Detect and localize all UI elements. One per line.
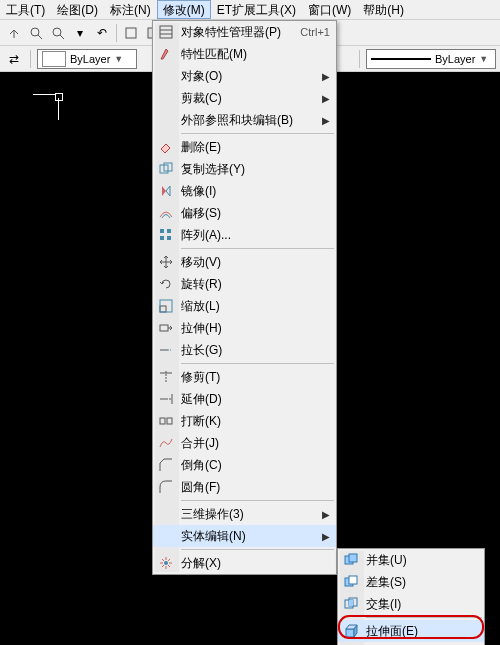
svg-line-1 [38, 35, 42, 39]
menu-modify[interactable]: 修改(M) [157, 0, 211, 19]
svg-rect-31 [349, 554, 357, 562]
svg-rect-14 [167, 229, 171, 233]
menu-item-label: 剪裁(C) [177, 90, 322, 107]
menu-separator [181, 133, 334, 134]
menu-item-label: 删除(E) [177, 139, 330, 156]
svg-line-3 [60, 35, 64, 39]
modify-menu-dropdown: 对象特性管理器(P)Ctrl+1特性匹配(M)对象(O)▶剪裁(C)▶外部参照和… [152, 20, 337, 575]
menu-item[interactable]: 对象特性管理器(P)Ctrl+1 [153, 21, 336, 43]
menu-item[interactable]: 阵列(A)... [153, 224, 336, 246]
move-icon [155, 253, 177, 271]
join-icon [155, 434, 177, 452]
menu-item[interactable]: 外部参照和块编辑(B)▶ [153, 109, 336, 131]
explode-icon [155, 554, 177, 572]
subtract-icon [340, 573, 362, 591]
match-icon [155, 45, 177, 63]
scale-icon [155, 297, 177, 315]
menu-item-label: 复制选择(Y) [177, 161, 330, 178]
menu-tools[interactable]: 工具(T) [0, 0, 51, 19]
menu-item-label: 移动(V) [177, 254, 330, 271]
separator [30, 50, 31, 68]
menu-item[interactable]: 合并(J) [153, 432, 336, 454]
blank-icon [155, 111, 177, 129]
menu-item[interactable]: 偏移(S) [153, 202, 336, 224]
menu-dimension[interactable]: 标注(N) [104, 0, 157, 19]
copy-icon [155, 160, 177, 178]
menu-item[interactable]: 分解(X) [153, 552, 336, 574]
swap-icon[interactable]: ⇄ [4, 49, 24, 69]
dropdown-arrow-icon[interactable]: ▾ [70, 23, 90, 43]
menu-item-label: 打断(K) [177, 413, 330, 430]
menu-item-label: 拉伸(H) [177, 320, 330, 337]
menu-item-label: 延伸(D) [177, 391, 330, 408]
menu-item-label: 阵列(A)... [177, 227, 330, 244]
menu-item[interactable]: 复制选择(Y) [153, 158, 336, 180]
menu-item[interactable]: 交集(I) [338, 593, 484, 615]
blank-icon [155, 89, 177, 107]
svg-rect-33 [349, 576, 357, 584]
svg-rect-19 [160, 325, 168, 331]
menu-item[interactable]: 缩放(L) [153, 295, 336, 317]
svg-rect-28 [167, 418, 172, 424]
menu-item-label: 旋转(R) [177, 276, 330, 293]
svg-rect-15 [160, 236, 164, 240]
submenu-arrow-icon: ▶ [322, 115, 330, 126]
menu-item[interactable]: 倒角(C) [153, 454, 336, 476]
separator [116, 24, 117, 42]
svg-rect-8 [160, 26, 172, 38]
menu-item-label: 倒角(C) [177, 457, 330, 474]
intersect-icon [340, 595, 362, 613]
menu-item[interactable]: 延伸(D) [153, 388, 336, 410]
linetype-combo[interactable]: ByLayer ▼ [366, 49, 496, 69]
menu-item-label: 缩放(L) [177, 298, 330, 315]
line-swatch [371, 58, 431, 60]
blank-icon [155, 527, 177, 545]
tool-zoom2-icon[interactable] [48, 23, 68, 43]
menu-item[interactable]: 删除(E) [153, 136, 336, 158]
menu-item[interactable]: 对象(O)▶ [153, 65, 336, 87]
menu-item[interactable]: 打断(K) [153, 410, 336, 432]
menu-item[interactable]: 拉长(G) [153, 339, 336, 361]
menu-item-label: 特性匹配(M) [177, 46, 330, 63]
menu-item-label: 拉长(G) [177, 342, 330, 359]
menu-item-label: 并集(U) [362, 552, 478, 569]
menu-window[interactable]: 窗口(W) [302, 0, 357, 19]
menu-item[interactable]: 拉伸面(E) [338, 620, 484, 642]
menu-et-tools[interactable]: ET扩展工具(X) [211, 0, 302, 19]
menu-item[interactable]: 修剪(T) [153, 366, 336, 388]
tool-back-icon[interactable]: ↶ [92, 23, 112, 43]
blank-icon [155, 67, 177, 85]
menu-separator [366, 617, 482, 618]
menu-item[interactable]: 圆角(F) [153, 476, 336, 498]
menu-item[interactable]: 拉伸(H) [153, 317, 336, 339]
menu-help[interactable]: 帮助(H) [357, 0, 410, 19]
menu-item[interactable]: 并集(U) [338, 549, 484, 571]
chevron-down-icon: ▼ [114, 54, 123, 64]
menu-item[interactable]: 特性匹配(M) [153, 43, 336, 65]
svg-rect-4 [126, 28, 136, 38]
tool-zoom-icon[interactable] [26, 23, 46, 43]
svg-point-29 [164, 561, 168, 565]
tool-hand-icon[interactable] [4, 23, 24, 43]
menu-item-label: 偏移(S) [177, 205, 330, 222]
menu-item[interactable]: 移动(V) [153, 251, 336, 273]
svg-rect-13 [160, 229, 164, 233]
menu-item-label: 差集(S) [362, 574, 478, 591]
menubar: 工具(T) 绘图(D) 标注(N) 修改(M) ET扩展工具(X) 窗口(W) … [0, 0, 500, 20]
offset-icon [155, 204, 177, 222]
color-swatch [42, 51, 66, 67]
properties-icon [155, 23, 177, 41]
menu-draw[interactable]: 绘图(D) [51, 0, 104, 19]
menu-item[interactable]: 三维操作(3)▶ [153, 503, 336, 525]
menu-separator [181, 248, 334, 249]
menu-item[interactable]: 剪裁(C)▶ [153, 87, 336, 109]
break-icon [155, 412, 177, 430]
menu-item[interactable]: 镜像(I) [153, 180, 336, 202]
color-combo[interactable]: ByLayer ▼ [37, 49, 137, 69]
menu-item-label: 交集(I) [362, 596, 478, 613]
menu-item[interactable]: 实体编辑(N)▶ [153, 525, 336, 547]
menu-item[interactable]: 旋转(R) [153, 273, 336, 295]
tool-a-icon[interactable] [121, 23, 141, 43]
rotate-icon [155, 275, 177, 293]
menu-item[interactable]: 差集(S) [338, 571, 484, 593]
